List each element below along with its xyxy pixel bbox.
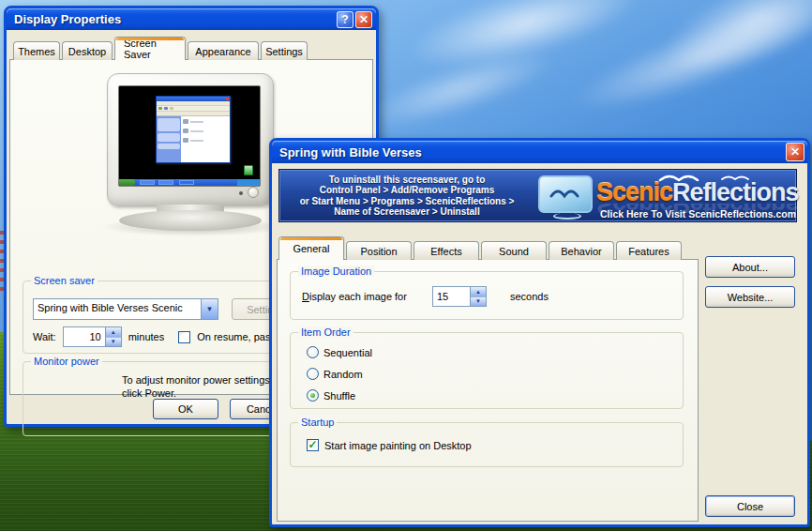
preview-recycle-bin-icon	[244, 165, 253, 175]
spring-tabs: General Position Effects Sound Behavior …	[278, 236, 684, 260]
image-duration-label: Image Duration	[298, 266, 374, 277]
about-button[interactable]: About...	[705, 256, 795, 278]
spring-titlebar[interactable]: Spring with Bible Verses ✕	[272, 141, 807, 163]
spin-up-icon[interactable]: ▲	[471, 287, 486, 296]
preview-system-tray	[237, 179, 260, 186]
screensaver-select[interactable]: Spring with Bible Verses Scenic ▼	[33, 298, 218, 320]
website-button[interactable]: Website...	[705, 286, 795, 308]
monitor-preview	[107, 73, 274, 206]
close-icon[interactable]: ✕	[786, 143, 804, 161]
display-properties-titlebar[interactable]: Display Properties ? ✕	[7, 8, 376, 30]
banner-tagline-link[interactable]: Click Here To Visit ScenicReflections.co…	[600, 208, 796, 220]
startup-group: Startup ✓ Start image painting on Deskto…	[290, 422, 684, 467]
checkbox-checked-icon[interactable]: ✓	[307, 439, 319, 451]
chevron-down-icon[interactable]: ▼	[201, 299, 218, 319]
preview-taskbar-button	[158, 180, 173, 185]
tab-screen-saver[interactable]: Screen Saver	[114, 37, 186, 60]
monitor-led	[239, 191, 243, 195]
tab-desktop[interactable]: Desktop	[62, 41, 113, 60]
screen-saver-group-label: Screen saver	[31, 275, 98, 286]
window-title: Spring with Bible Verses	[272, 145, 784, 159]
tab-effects[interactable]: Effects	[414, 241, 479, 260]
tab-appearance[interactable]: Appearance	[188, 41, 259, 60]
wait-spinner[interactable]: ▲▼	[63, 326, 122, 347]
monitor-logo-icon	[538, 175, 593, 213]
radio-icon[interactable]	[307, 346, 319, 358]
monitor-power-button	[248, 187, 259, 198]
display-properties-tabs: Themes Desktop Screen Saver Appearance S…	[13, 38, 309, 60]
preview-taskbar-button	[179, 180, 194, 185]
general-tabpage: Image Duration Display each image for ▲▼…	[277, 259, 699, 522]
preview-start-button	[119, 179, 135, 186]
seconds-label: seconds	[510, 291, 549, 302]
tab-features[interactable]: Features	[616, 241, 682, 260]
spin-up-icon[interactable]: ▲	[106, 327, 121, 337]
wait-input[interactable]	[64, 327, 105, 346]
monitor-power-group-label: Monitor power	[31, 356, 102, 367]
tab-settings[interactable]: Settings	[261, 41, 308, 60]
image-duration-group: Image Duration Display each image for ▲▼…	[290, 271, 684, 320]
radio-selected-icon[interactable]	[307, 389, 319, 402]
startup-label: Startup	[298, 417, 337, 428]
tab-position[interactable]: Position	[346, 241, 412, 260]
monitor-base	[119, 210, 262, 231]
preview-close-icon	[226, 98, 229, 100]
radio-random[interactable]: Random	[307, 368, 363, 380]
window-title: Display Properties	[7, 12, 335, 26]
tab-general[interactable]: General	[278, 236, 344, 260]
on-resume-checkbox[interactable]	[178, 331, 190, 343]
preview-mini-window	[156, 96, 231, 163]
duration-spinner[interactable]: ▲▼	[432, 286, 487, 307]
tab-behavior[interactable]: Behavior	[549, 241, 614, 260]
uninstall-instructions: To uninstall this screensaver, go to Con…	[279, 170, 534, 221]
tab-sound[interactable]: Sound	[481, 241, 547, 260]
spin-down-icon[interactable]: ▼	[106, 337, 121, 347]
close-icon[interactable]: ✕	[355, 11, 372, 28]
wait-label: Wait:	[33, 331, 56, 342]
tab-themes[interactable]: Themes	[13, 41, 60, 60]
duration-input[interactable]	[433, 287, 470, 306]
monitor-preview-screen	[118, 85, 261, 187]
monitor-logo-stand	[553, 213, 581, 220]
display-each-image-label: Display each image for	[302, 291, 426, 302]
item-order-group: Item Order Sequential Random Shuffle	[290, 332, 684, 409]
scenicreflections-logo[interactable]: ScenicReflections ScenicReflections Clic…	[534, 170, 796, 221]
radio-icon[interactable]	[307, 368, 319, 380]
preview-taskbar-button	[140, 180, 155, 185]
bird-icon	[548, 185, 585, 204]
wait-minutes-label: minutes	[128, 331, 165, 342]
spring-screensaver-window: Spring with Bible Verses ✕ To uninstall …	[269, 138, 810, 527]
close-button[interactable]: Close	[705, 495, 795, 517]
radio-shuffle[interactable]: Shuffle	[307, 389, 355, 402]
radio-sequential[interactable]: Sequential	[307, 346, 372, 358]
spin-down-icon[interactable]: ▼	[471, 296, 486, 307]
preview-file-list	[181, 116, 230, 162]
preview-mini-titlebar	[157, 97, 230, 101]
logo-text: ScenicReflections	[596, 178, 799, 207]
monitor-power-text: To adjust monitor power settings a click…	[122, 373, 278, 400]
item-order-label: Item Order	[298, 326, 353, 338]
help-button[interactable]: ?	[337, 11, 353, 28]
start-painting-label: Start image painting on Desktop	[324, 440, 472, 451]
preview-task-pane	[157, 116, 181, 162]
screensaver-select-value: Spring with Bible Verses Scenic	[34, 299, 201, 319]
start-painting-option[interactable]: ✓ Start image painting on Desktop	[307, 439, 472, 451]
scenicreflections-banner[interactable]: To uninstall this screensaver, go to Con…	[278, 169, 797, 222]
